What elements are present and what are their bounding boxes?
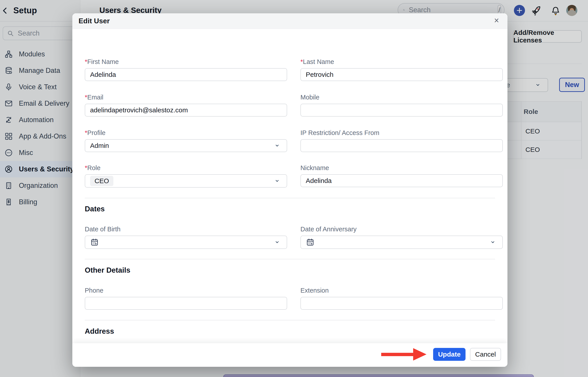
address-section-title: Address xyxy=(85,327,114,335)
field-email: *Email xyxy=(85,94,287,117)
field-date-of-birth: Date of Birth xyxy=(85,225,287,249)
required-mark: * xyxy=(85,94,87,101)
field-date-of-anniversary: Date of Anniversary xyxy=(300,225,503,249)
field-extension: Extension xyxy=(300,287,503,310)
required-mark: * xyxy=(85,129,87,136)
required-mark: * xyxy=(85,58,87,65)
modal-header: Edit User × xyxy=(72,13,508,29)
update-button[interactable]: Update xyxy=(433,348,465,361)
first-name-input[interactable] xyxy=(85,68,287,81)
role-chip: CEO xyxy=(90,176,113,186)
required-mark: * xyxy=(300,58,303,65)
nickname-input[interactable] xyxy=(300,174,503,187)
field-mobile: Mobile xyxy=(300,94,503,117)
field-first-name: *First Name xyxy=(85,58,287,81)
field-phone: Phone xyxy=(85,287,287,310)
role-select[interactable]: CEO xyxy=(85,174,287,188)
modal-footer: Update Cancel xyxy=(72,343,508,367)
ip-restriction-input[interactable] xyxy=(300,139,503,152)
close-icon[interactable]: × xyxy=(494,16,499,25)
phone-input[interactable] xyxy=(85,297,287,310)
field-profile: *Profile Admin xyxy=(85,129,287,152)
chevron-down-icon xyxy=(489,240,496,245)
other-details-section-title: Other Details xyxy=(85,266,130,274)
edit-user-modal: Edit User × *First Name *Last Name *Emai… xyxy=(72,13,508,367)
chevron-down-icon xyxy=(274,143,281,148)
field-last-name: *Last Name xyxy=(300,58,503,81)
date-of-birth-picker[interactable] xyxy=(85,236,287,249)
dates-section-title: Dates xyxy=(85,205,105,213)
cancel-button[interactable]: Cancel xyxy=(470,348,501,361)
annotation-arrow-head xyxy=(413,348,427,361)
last-name-input[interactable] xyxy=(300,68,503,81)
mobile-input[interactable] xyxy=(300,104,503,117)
email-input[interactable] xyxy=(85,104,287,117)
section-divider xyxy=(85,198,495,198)
date-of-anniversary-picker[interactable] xyxy=(300,236,503,249)
field-nickname: Nickname xyxy=(300,164,503,187)
profile-select[interactable]: Admin xyxy=(85,139,287,152)
chevron-down-icon xyxy=(274,240,281,245)
field-ip-restriction: IP Restriction/ Access From xyxy=(300,129,503,152)
extension-input[interactable] xyxy=(300,297,503,310)
required-mark: * xyxy=(85,164,87,171)
field-role: *Role CEO xyxy=(85,164,287,188)
modal-title: Edit User xyxy=(79,17,110,25)
annotation-arrow xyxy=(381,353,414,356)
calendar-icon xyxy=(306,238,315,247)
chevron-down-icon xyxy=(274,179,281,183)
calendar-icon xyxy=(90,238,99,247)
section-divider xyxy=(85,320,495,320)
modal-body: *First Name *Last Name *Email Mobile *Pr… xyxy=(72,29,508,343)
section-divider xyxy=(85,259,495,259)
